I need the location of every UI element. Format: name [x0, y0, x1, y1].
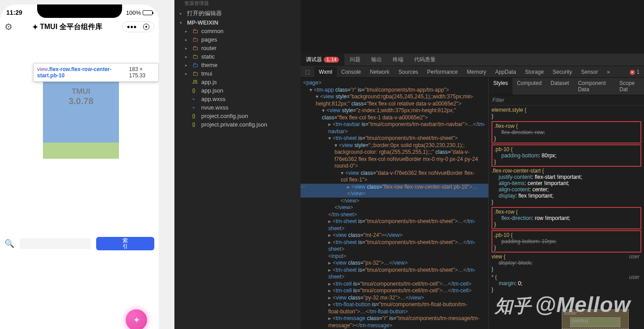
tab-terminal[interactable]: 终端 [387, 53, 409, 66]
styletab-component-data[interactable]: Component Data [573, 78, 615, 95]
dom-node[interactable]: ▾<view style=";;border:0px solid rgba(23… [301, 142, 488, 149]
folder-tmui[interactable]: ▸🗀tmui [174, 69, 301, 78]
dom-node[interactable]: ▾<tm-sheet is="tmui/components/tm-sheet/… [301, 135, 488, 142]
css-rule[interactable]: * {usermargin: 0;} [491, 274, 641, 293]
inspect-element-icon[interactable]: ⬚ [301, 67, 314, 77]
dom-node[interactable]: <input> [301, 253, 488, 260]
css-rule[interactable]: .flex-row {flex-direction: row;} [491, 121, 641, 143]
subtab-network[interactable]: Network [365, 67, 394, 77]
dom-node[interactable]: ▸<view class="mt-24"></view> [301, 232, 488, 239]
tab-issues[interactable]: 问题 [344, 53, 366, 66]
dom-node[interactable]: ▸<tm-sheet is="tmui/components/tm-sheet/… [301, 239, 488, 246]
phone-frame: 11:29 100% ⚙ ✦ TMUI 全平台组件库 ••• view.flex… [0, 4, 159, 329]
dom-node[interactable]: navbar> [301, 128, 488, 135]
dom-node[interactable]: </view> [301, 190, 488, 198]
tab-debugger[interactable]: 调试器1, 14 [301, 53, 344, 66]
inspect-tooltip: view.flex-row.flex-row-center-start.pb-1… [33, 63, 159, 82]
file-icon: {} [192, 122, 199, 127]
folder-theme[interactable]: ▸🗀theme [174, 61, 301, 69]
index-button[interactable]: 索 引 [96, 237, 154, 250]
dom-node[interactable]: ▾<view class="data-v-f76eb362 flex noNvu… [301, 170, 488, 177]
dom-node[interactable]: ▾<view style="background:rgba(245,245,24… [301, 93, 488, 101]
file-nvue.wxss[interactable]: ⌁nvue.wxss [174, 103, 301, 112]
subtab-performance[interactable]: Performance [423, 67, 462, 77]
dom-node[interactable]: background-color: rgba(255,255,255,1);;;… [301, 149, 488, 156]
miniprogram-capsule[interactable]: ••• [122, 21, 154, 32]
devtools-sub-tabbar: ⬚ WxmlConsoleNetworkSourcesPerformanceMe… [301, 66, 644, 78]
subtab-storage[interactable]: Storage [521, 67, 548, 77]
dom-tree[interactable]: <page>▾<tm-app class="r" is="tmui/compon… [301, 78, 488, 329]
dom-node[interactable]: </view> [301, 204, 488, 211]
dom-node[interactable]: ▸<tm-sheet is="tmui/components/tm-sheet/… [301, 218, 488, 225]
subtab-sensor[interactable]: Sensor [576, 67, 602, 77]
dom-node[interactable]: float-button">…</tm-float-button> [301, 308, 488, 316]
css-rule[interactable]: view {userdisplay: block;} [491, 253, 641, 272]
subtab-wxml[interactable]: Wxml [314, 67, 337, 77]
css-rule[interactable]: .flex-row {flex-direction: row !importan… [491, 207, 641, 229]
filter-input[interactable]: Filter [489, 95, 644, 105]
battery-icon [143, 10, 153, 15]
css-rule[interactable]: .flex-row-center-start {justify-content:… [491, 168, 641, 205]
file-project.config.json[interactable]: {}project.config.json [174, 112, 301, 120]
styletab-dataset[interactable]: Dataset [546, 78, 573, 95]
dom-node[interactable]: ▸<tm-cell is="tmui/components/tm-cell/tm… [301, 287, 488, 295]
dom-node[interactable]: ▸<tm-message class="r" is="tmui/componen… [301, 315, 488, 322]
subtab-console[interactable]: Console [337, 67, 365, 77]
folder-pages[interactable]: ▸🗀pages [174, 35, 301, 44]
subtab-sources[interactable]: Sources [394, 67, 423, 77]
css-rule[interactable]: .pb-10 {padding-bottom: 10rpx;} [491, 230, 641, 253]
dom-node[interactable]: </tm-sheet> [301, 211, 488, 219]
dom-node[interactable]: ⋯▸<view class="flex-row flex-row-center-… [301, 184, 488, 191]
float-action-button[interactable]: ✦ [126, 309, 147, 329]
dom-node[interactable]: ▾<view style="z-index:1;width:375px;min-… [301, 107, 488, 114]
dom-node[interactable]: ▾<tm-app class="r" is="tmui/components/t… [301, 87, 488, 94]
dom-node[interactable]: height:812px;" class="flex flex-col rela… [301, 101, 488, 108]
error-count[interactable]: ✕1 [625, 67, 644, 77]
dom-node[interactable]: sheet> [301, 246, 488, 253]
folder-router[interactable]: ▸🗀router [174, 44, 301, 52]
dom-node[interactable]: ▸<tm-navbar is="tmui/components/tm-navba… [301, 121, 488, 128]
folder-static[interactable]: ▸🗀static [174, 52, 301, 61]
css-rules[interactable]: element.style {} .flex-row {flex-directi… [489, 105, 644, 296]
styletab-styles[interactable]: Styles [489, 78, 513, 95]
subtab-security[interactable]: Security [548, 67, 576, 77]
section-open-editors[interactable]: ▸打开的编辑器 [174, 8, 301, 18]
dom-node[interactable]: ▸<tm-sheet is="tmui/components/tm-sheet/… [301, 267, 488, 274]
tab-output[interactable]: 输出 [366, 53, 387, 66]
dom-node[interactable]: class="flex flex-col flex-1 data-v-a0006… [301, 114, 488, 122]
tab-quality[interactable]: 代码质量 [409, 53, 441, 66]
target-icon[interactable] [143, 24, 149, 30]
styletab-computed[interactable]: Computed [513, 78, 546, 95]
dom-node[interactable]: round-0"> [301, 163, 488, 170]
inspected-element-overlay[interactable]: TMUI 3.0.78 〰 [43, 82, 119, 159]
dom-node[interactable]: ▸<view class="px-32">…</view> [301, 260, 488, 267]
more-icon[interactable]: ••• [127, 25, 137, 28]
subtab-appdata[interactable]: AppData [491, 67, 521, 77]
file-project.private.config.json[interactable]: {}project.private.config.json [174, 120, 301, 129]
folder-common[interactable]: ▸🗀common [174, 27, 301, 35]
dom-node[interactable]: ▸<tm-cell is="tmui/components/tm-cell/tm… [301, 281, 488, 288]
file-app.json[interactable]: {}app.json [174, 86, 301, 95]
file-app.js[interactable]: JSapp.js [174, 78, 301, 86]
dom-node[interactable]: f76eb362 flex flex-col noNvueBorder mx-0… [301, 156, 488, 163]
dom-node[interactable]: <page> [301, 80, 488, 87]
dom-node[interactable]: ▸<tm-float-button is="tmui/components/tm… [301, 301, 488, 308]
phone-notch [37, 4, 122, 18]
folder-root[interactable]: ▾MP-WEIXIN [174, 18, 301, 27]
dom-node[interactable]: col flex-1"> [301, 177, 488, 184]
dom-node[interactable]: message"></tm-message> [301, 322, 488, 329]
dom-node[interactable]: sheet> [301, 274, 488, 281]
dom-node[interactable]: </view> [301, 198, 488, 205]
file-icon: JS [192, 80, 199, 84]
search-icon[interactable]: 🔍 [4, 239, 14, 249]
folder-icon: 🗀 [192, 45, 199, 51]
more-tabs-icon[interactable]: » [602, 67, 614, 77]
styletab-scope-dat[interactable]: Scope Dat [615, 78, 644, 95]
search-input[interactable] [20, 238, 91, 249]
dom-node[interactable]: ▸<view class="py-32 mx-32">…</view> [301, 295, 488, 302]
file-app.wxss[interactable]: ⌁app.wxss [174, 95, 301, 103]
css-rule[interactable]: .pb-10 {padding-bottom: 80rpx;} [491, 144, 641, 167]
gear-icon[interactable]: ⚙ [4, 21, 13, 32]
subtab-memory[interactable]: Memory [462, 67, 491, 77]
dom-node[interactable]: sheet> [301, 225, 488, 232]
